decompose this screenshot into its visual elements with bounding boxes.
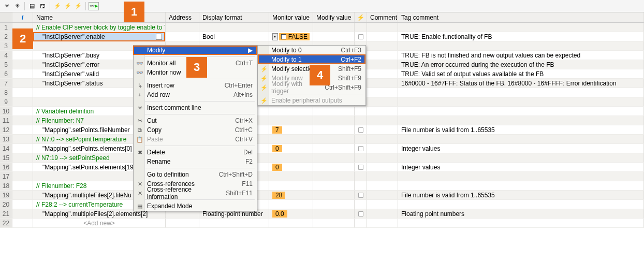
xref-icon: ✕	[135, 181, 144, 187]
delete-icon: ✖	[135, 149, 144, 156]
menu-insert-comment-line[interactable]: ✳Insert comment line	[134, 103, 257, 112]
marker-4: 4	[310, 65, 330, 85]
submenu-enable-peripheral[interactable]: ⚡Enable peripheral outputs	[258, 96, 365, 105]
table-row[interactable]: 11// Filenumber: N7	[0, 116, 644, 125]
cell-name: // Filenumber: F28	[36, 182, 86, 190]
menu-copy[interactable]: ⧉CopyCtrl+C	[134, 125, 257, 135]
toolbar-btn-3[interactable]: ▤	[27, 2, 37, 11]
menu-goto-definition[interactable]: Go to definitionCtrl+Shift+D	[134, 170, 257, 179]
cell-name: "Mapping".setPoints.fileNumber	[36, 126, 130, 134]
tag-comment: TRUE: Valid set of output values availab…	[398, 69, 644, 78]
header-i[interactable]: i	[12, 12, 33, 22]
table-row[interactable]: 18// Filenumber: F28	[0, 181, 644, 191]
cell-name: // Variablen definition	[36, 108, 94, 115]
submenu-modify-to-1[interactable]: Modify to 1Ctrl+F2	[258, 55, 365, 64]
table-row[interactable]: 15// N7:19 --> setPointSpeed	[0, 153, 644, 163]
xref-info-icon: ✕	[135, 190, 144, 197]
comment-icon: ✳	[135, 105, 144, 111]
edit-icon[interactable]	[156, 34, 162, 40]
toolbar-btn-6[interactable]: ⚡	[63, 2, 72, 11]
expanded-icon: ▤	[135, 203, 144, 210]
header-flash-icon[interactable]: ⚡	[355, 12, 367, 22]
table-row[interactable]: 20// F28:2 --> currentTemperature	[0, 200, 644, 209]
header-tag-comment[interactable]: Tag comment	[398, 12, 644, 22]
flash-now-icon: ⚡	[259, 75, 269, 82]
monitor-glasses-icon[interactable]: 👓▶	[89, 2, 99, 10]
table-row[interactable]: 22<Add new>	[0, 219, 644, 228]
toolbar-btn-2[interactable]: ✳	[12, 2, 22, 11]
tag-comment: TRUE: FB is not finished and new output …	[398, 51, 644, 60]
tag-comment: TRUE: An error occurred during the execu…	[398, 60, 644, 69]
cut-icon: ✂	[135, 118, 144, 124]
dropdown-icon[interactable]: ▾	[272, 33, 278, 40]
paste-icon: 📋	[135, 136, 144, 143]
periph-icon: ⚡	[259, 97, 269, 104]
cell-name: "InstCipServer".error	[36, 61, 99, 68]
menu-delete[interactable]: ✖DeleteDel	[134, 148, 257, 157]
tag-comment: TRUE: Enable functionality of FB	[398, 32, 644, 41]
cell-name: // F28:2 --> currentTemperature	[36, 201, 123, 208]
flash-checkbox[interactable]	[358, 127, 363, 133]
header-display-format[interactable]: Display format	[199, 12, 269, 22]
menu-cut[interactable]: ✂CutCtrl+X	[134, 116, 257, 125]
header-address[interactable]: Address	[166, 12, 199, 22]
table-row[interactable]: 16"Mapping".setPoints.elements[190Intege…	[0, 163, 644, 172]
flash-checkbox[interactable]	[358, 211, 363, 216]
marker-2: 2	[12, 28, 33, 49]
table-row[interactable]: 17	[0, 172, 644, 181]
tag-comment: File number is valid from 1..65535	[398, 191, 644, 199]
menu-expanded-mode[interactable]: ▤Expanded Mode	[134, 201, 257, 211]
table-row[interactable]: 14"Mapping".setPoints.elements[0]0Intege…	[0, 144, 644, 153]
menu-rename[interactable]: RenameF2	[134, 157, 257, 166]
submenu-modify-to-0[interactable]: Modify to 0Ctrl+F3	[258, 46, 365, 55]
monitor-value: 0	[272, 164, 282, 171]
toolbar-btn-5[interactable]: ⚡	[53, 2, 62, 11]
copy-icon: ⧉	[135, 127, 144, 134]
menu-modify[interactable]: Modify▶	[134, 46, 257, 55]
toolbar-btn-7[interactable]: ⚡	[74, 2, 83, 11]
tag-comment: File number is valid from 1..65535	[398, 125, 644, 134]
cell-name: "InstCipServer".valid	[36, 70, 99, 78]
table-row[interactable]: 12"Mapping".setPoints.fileNumber7File nu…	[0, 125, 644, 135]
menu-paste[interactable]: 📋PasteCtrl+V	[134, 135, 257, 144]
marker-3: 3	[186, 57, 207, 78]
table-row[interactable]: 13// N7:0 --> setPopintTemperature	[0, 135, 644, 144]
flash-checkbox[interactable]	[358, 165, 363, 170]
header-comment[interactable]: Comment	[367, 12, 398, 22]
cell-name: // N7:19 --> setPointSpeed	[36, 154, 110, 162]
cell-name: "Mapping".setPoints.elements[19	[36, 164, 134, 171]
menu-insert-row[interactable]: ↳Insert rowCtrl+Enter	[134, 81, 257, 90]
add-row-icon: +	[135, 92, 144, 98]
table-header: i Name Address Display format Monitor va…	[0, 12, 644, 23]
cell-name: // Enable CIP server block by toggle ena…	[36, 24, 166, 31]
tag-comment: 16#0000 - 16#7FFF: Status of the FB, 16#…	[398, 79, 644, 88]
flash-checkbox[interactable]	[358, 193, 363, 198]
marker-1: 1	[124, 2, 144, 22]
table-row[interactable]: 10// Variablen definition	[0, 107, 644, 116]
header-modify-value[interactable]: Modify value	[313, 12, 355, 22]
monitor-all-icon: 👓	[135, 60, 144, 67]
tag-comment: Floating point numbers	[398, 209, 644, 218]
header-monitor-value[interactable]: Monitor value	[269, 12, 313, 22]
table-row[interactable]: 2"InstCipServer".enableBool▾FALSETRUE: E…	[0, 32, 644, 41]
cell-name: "Mapping".setPoints.elements[0]	[36, 145, 132, 152]
flash-checkbox[interactable]	[358, 146, 363, 151]
flash-trigger-icon: ⚡	[259, 84, 269, 91]
menu-add-row[interactable]: +Add rowAlt+Ins	[134, 90, 257, 99]
toolbar-btn-4[interactable]: 🖫	[38, 2, 47, 11]
monitor-value: 7	[272, 126, 282, 134]
table-row[interactable]: 19"Mapping".multipleFiles[2].fileNu28Fil…	[0, 191, 644, 200]
insert-row-icon: ↳	[135, 82, 144, 89]
toolbar-btn-1[interactable]: ✳	[2, 2, 11, 11]
cell-name: "Mapping".multipleFiles[2].fileNu	[36, 192, 131, 199]
flash-checkbox[interactable]	[358, 34, 363, 39]
table-row[interactable]: 1// Enable CIP server block by toggle en…	[0, 23, 644, 32]
table-row[interactable]: 21"Mapping".multipleFiles[2].elements[2]…	[0, 209, 644, 219]
header-name[interactable]: Name	[33, 12, 166, 22]
menu-cross-reference-info[interactable]: ✕Cross-reference informationShift+F11	[134, 189, 257, 198]
tag-comment: Integer values	[398, 163, 644, 171]
cell-name: "InstCipServer".busy	[36, 52, 99, 59]
add-new-placeholder[interactable]: <Add new>	[36, 220, 162, 227]
cell-name: // N7:0 --> setPopintTemperature	[36, 136, 126, 143]
monitor-value: 0	[272, 145, 282, 152]
